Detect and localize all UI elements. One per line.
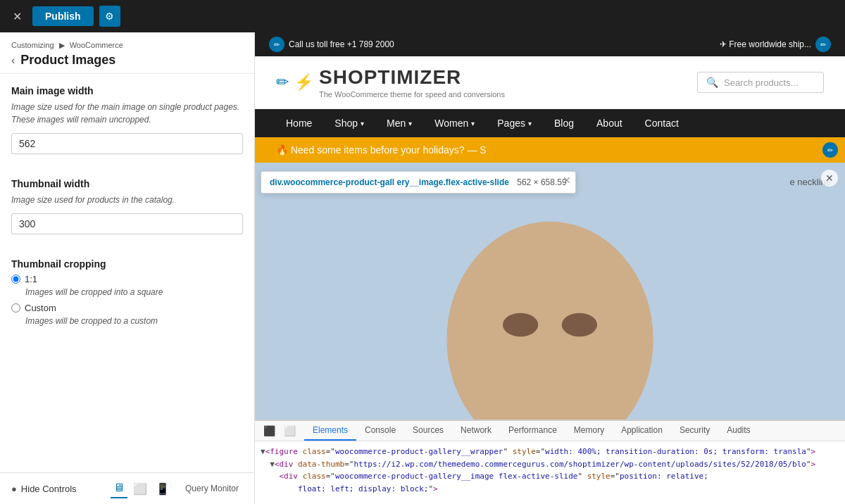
breadcrumb-arrow: ▶ [59,41,67,49]
logo-pencil-icon: ✏ [276,73,289,92]
cropping-radio-custom[interactable] [11,303,20,313]
view-desktop-button[interactable]: 🖥 [111,479,127,498]
product-image-close[interactable]: ✕ [821,170,838,187]
tab-sources[interactable]: Sources [404,421,452,441]
hide-controls-button[interactable]: ● Hide Controls [11,484,77,494]
devtools-icons: ⬛ ⬜ [261,422,299,439]
query-monitor-button[interactable]: Query Monitor [181,482,243,495]
cropping-desc-1-1: Images will be cropped into a square [25,287,243,297]
site-preview: ✏ Call us toll free +1 789 2000 ✈ Free w… [255,32,845,504]
devtools-line-2: ▼<div data-thumb="https://i2.wp.com/them… [261,458,839,471]
edit-icon-right: ✏ [815,37,831,52]
devtools-panel: ⬛ ⬜ Elements Console Sources Network Per… [255,420,845,504]
view-tablet-button[interactable]: ⬜ [130,479,150,498]
site-topbar-right: ✈ Free worldwide ship... ✏ [720,37,831,52]
cropping-radio-1-1[interactable] [11,275,20,284]
view-mobile-button[interactable]: 📱 [153,479,173,498]
thumbnail-width-section: Thumbnail width Image size used for prod… [11,178,243,246]
svg-point-4 [562,313,597,337]
panel-content: Main image width Image size used for the… [0,74,254,472]
nav-home[interactable]: Home [276,109,322,137]
site-topbar: ✏ Call us toll free +1 789 2000 ✈ Free w… [255,32,845,56]
panel-title: Product Images [20,53,115,68]
hide-controls-label: Hide Controls [21,484,77,494]
breadcrumb: Customizing ▶ WooCommerce [11,41,243,50]
hide-icon: ● [11,484,17,494]
thumbnail-width-desc: Image size used for products in the cata… [11,194,243,206]
panel-title-row: ‹ Product Images [11,53,243,68]
left-panel: Customizing ▶ WooCommerce ‹ Product Imag… [0,32,255,504]
tooltip-selector: div.woocommerce-product-gall ery__image.… [270,177,509,187]
nav-pages[interactable]: Pages ▾ [487,109,542,137]
breadcrumb-part1: Customizing [11,41,54,49]
logo-text-block: SHOPTIMIZER The WooCommerce theme for sp… [319,66,505,99]
thumbnail-width-title: Thumbnail width [11,178,243,189]
logo-sub: The WooCommerce theme for speed and conv… [319,90,505,99]
tab-memory[interactable]: Memory [565,421,613,441]
back-button[interactable]: ‹ [11,54,15,67]
topbar-right-text: ✈ Free worldwide ship... [720,39,811,49]
cropping-label-1-1: 1:1 [25,274,37,284]
devtools-line-4: float: left; display: block;"> [261,483,839,496]
main-image-input[interactable] [11,133,243,154]
top-bar: ✕ Publish ⚙ [0,0,845,32]
main-image-section: Main image width Image size used for the… [11,85,243,165]
nav-about[interactable]: About [587,109,632,137]
tab-audits[interactable]: Audits [718,421,758,441]
cropping-option-1-1[interactable]: 1:1 [11,274,243,284]
logo-area: ✏ ⚡ SHOPTIMIZER The WooCommerce theme fo… [276,66,505,99]
main-area: Customizing ▶ WooCommerce ‹ Product Imag… [0,32,845,504]
site-header: ✏ ⚡ SHOPTIMIZER The WooCommerce theme fo… [255,56,845,109]
main-image-title: Main image width [11,85,243,96]
cropping-desc-custom: Images will be cropped to a custom [25,316,243,326]
site-content: div.woocommerce-product-gall ery__image.… [255,163,845,420]
thumbnail-cropping-title: Thumbnail cropping [11,258,243,270]
site-nav: Home Shop ▾ Men ▾ Women ▾ Pages ▾ Blog A… [255,109,845,137]
cropping-option-custom[interactable]: Custom [11,303,243,313]
tab-performance[interactable]: Performance [500,421,565,441]
tab-elements[interactable]: Elements [304,421,356,441]
devtools-inspect-icon[interactable]: ⬛ [261,422,278,439]
site-topbar-left: ✏ Call us toll free +1 789 2000 [269,37,394,52]
element-tooltip: div.woocommerce-product-gall ery__image.… [261,171,576,194]
settings-button[interactable]: ⚙ [99,6,120,27]
product-image-area: e neckline ✕ [255,163,845,420]
main-image-desc: Image size used for the main image on si… [11,101,243,126]
close-button[interactable]: ✕ [7,6,27,26]
tab-security[interactable]: Security [671,421,718,441]
search-placeholder: Search products... [724,77,799,88]
nav-shop[interactable]: Shop ▾ [325,109,374,137]
panel-header: Customizing ▶ WooCommerce ‹ Product Imag… [0,32,254,74]
product-image-svg [255,163,845,420]
banner-text: 🔥 Need some items before your holidays? … [276,144,487,156]
bottom-controls: ● Hide Controls 🖥 ⬜ 📱 Query Monitor [0,472,254,504]
topbar-left-text: Call us toll free +1 789 2000 [289,39,394,49]
search-bar[interactable]: 🔍 Search products... [697,72,824,93]
tab-network[interactable]: Network [452,421,500,441]
nav-contact[interactable]: Contact [635,109,689,137]
devtools-tabs: ⬛ ⬜ Elements Console Sources Network Per… [255,421,845,441]
search-icon: 🔍 [706,77,718,88]
tab-console[interactable]: Console [356,421,404,441]
publish-button[interactable]: Publish [32,6,94,26]
devtools-content: ▼<figure class="woocommerce-product-gall… [255,441,845,504]
breadcrumb-part2: WooCommerce [70,41,123,49]
tab-application[interactable]: Application [613,421,671,441]
nav-women[interactable]: Women ▾ [425,109,484,137]
preview-area: ✏ Call us toll free +1 789 2000 ✈ Free w… [255,32,845,504]
logo-text: SHOPTIMIZER [319,66,505,89]
nav-men[interactable]: Men ▾ [377,109,422,137]
thumbnail-width-input[interactable] [11,213,243,234]
devtools-line-3: <div class="woocommerce-product-gallery_… [261,470,839,483]
nav-blog[interactable]: Blog [544,109,584,137]
tooltip-close-icon[interactable]: ✕ [563,175,571,186]
view-buttons: 🖥 ⬜ 📱 [111,479,173,498]
thumbnail-cropping-section: Thumbnail cropping 1:1 Images will be cr… [11,258,243,326]
logo-lightning-icon: ⚡ [294,73,313,92]
banner-edit-icon: ✏ [822,142,838,158]
svg-point-3 [503,313,538,337]
devtools-line-1: ▼<figure class="woocommerce-product-gall… [261,446,839,458]
devtools-device-icon[interactable]: ⬜ [281,422,299,439]
edit-icon-left: ✏ [269,37,284,52]
tooltip-size: 562 × 658.59 [517,177,566,187]
